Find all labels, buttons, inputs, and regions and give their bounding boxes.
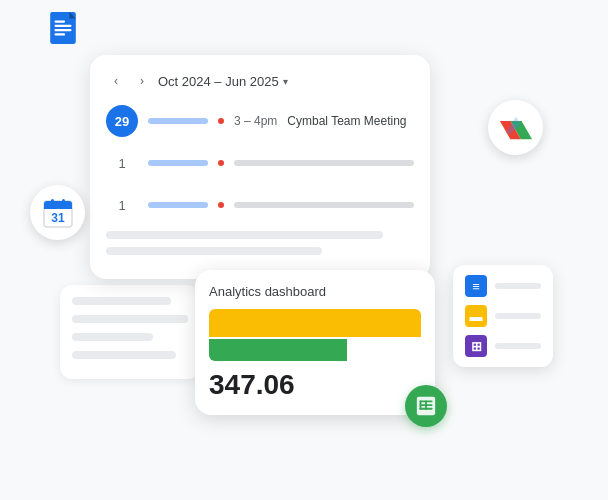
- event-dot-3: [218, 202, 224, 208]
- sheets-icon: [415, 395, 437, 417]
- svg-text:31: 31: [51, 211, 65, 225]
- forms-app-icon: ⊞: [465, 335, 487, 357]
- placeholder-bar-1: [106, 231, 383, 239]
- calendar-card: ‹ › Oct 2024 – Jun 2025 ▾ 29 3 – 4pm Cym…: [90, 55, 430, 279]
- day-number-3: 1: [118, 198, 125, 213]
- analytics-card: Analytics dashboard 347.06: [195, 270, 435, 415]
- forms-icon-letter: ⊞: [471, 339, 482, 354]
- left-bar-3: [72, 333, 153, 341]
- svg-rect-4: [54, 33, 65, 35]
- bg-card-left: [60, 285, 200, 379]
- svg-rect-2: [54, 25, 71, 27]
- date-range-text: Oct 2024 – Jun 2025: [158, 74, 279, 89]
- svg-rect-1: [54, 21, 65, 23]
- apps-card: ≡ ▬ ⊞: [453, 265, 553, 367]
- chart-bar-yellow: [209, 309, 421, 337]
- left-bar-2: [72, 315, 188, 323]
- docs-icon-letter: ≡: [472, 279, 480, 294]
- sheets-floating-button[interactable]: [405, 385, 447, 427]
- slides-app-icon: ▬: [465, 305, 487, 327]
- event-bar-long-2: [234, 160, 414, 166]
- drive-icon: [500, 114, 532, 142]
- event-title-1: Cymbal Team Meeting: [287, 114, 406, 128]
- analytics-title: Analytics dashboard: [209, 284, 421, 299]
- date-range-chevron: ▾: [283, 76, 288, 87]
- event-dot-1: [218, 118, 224, 124]
- chart-area: [209, 309, 421, 361]
- day-number: 29: [115, 114, 129, 129]
- event-time-1: 3 – 4pm: [234, 114, 277, 128]
- docs-icon: [50, 12, 76, 44]
- event-bar-long-3: [234, 202, 414, 208]
- slides-icon-letter: ▬: [470, 309, 483, 324]
- event-row-2: 1: [106, 147, 414, 179]
- svg-rect-20: [420, 401, 422, 410]
- event-bar-3: [148, 202, 208, 208]
- day-badge-29: 29: [106, 105, 138, 137]
- svg-rect-21: [425, 401, 427, 410]
- event-dot-2: [218, 160, 224, 166]
- day-num-2: 1: [106, 147, 138, 179]
- event-row-3: 1: [106, 189, 414, 221]
- app-row-slides: ▬: [465, 305, 541, 327]
- date-range-label: Oct 2024 – Jun 2025 ▾: [158, 74, 288, 89]
- event-bar-1: [148, 118, 208, 124]
- prev-month-button[interactable]: ‹: [106, 71, 126, 91]
- event-bar-2: [148, 160, 208, 166]
- svg-rect-3: [54, 29, 71, 31]
- calendar-icon: 31 ●: [43, 198, 73, 228]
- chart-value: 347.06: [209, 369, 421, 401]
- svg-rect-14: [62, 199, 65, 204]
- calendar-nav: ‹ › Oct 2024 – Jun 2025 ▾: [106, 71, 414, 91]
- placeholder-bar-2: [106, 247, 322, 255]
- slides-app-bar: [495, 313, 541, 319]
- left-bar-4: [72, 351, 176, 359]
- event-row-1: 29 3 – 4pm Cymbal Team Meeting: [106, 105, 414, 137]
- chart-bar-green: [209, 339, 347, 361]
- forms-app-bar: [495, 343, 541, 349]
- docs-app-bar: [495, 283, 541, 289]
- svg-rect-13: [51, 199, 54, 204]
- next-month-button[interactable]: ›: [132, 71, 152, 91]
- app-row-forms: ⊞: [465, 335, 541, 357]
- docs-app-icon: ≡: [465, 275, 487, 297]
- app-row-docs: ≡: [465, 275, 541, 297]
- svg-text:●: ●: [56, 206, 59, 212]
- day-number-2: 1: [118, 156, 125, 171]
- drive-icon-wrapper: [488, 100, 543, 155]
- day-num-3: 1: [106, 189, 138, 221]
- left-bar-1: [72, 297, 171, 305]
- calendar-icon-wrapper: 31 ●: [30, 185, 85, 240]
- docs-icon-wrapper: [45, 10, 81, 46]
